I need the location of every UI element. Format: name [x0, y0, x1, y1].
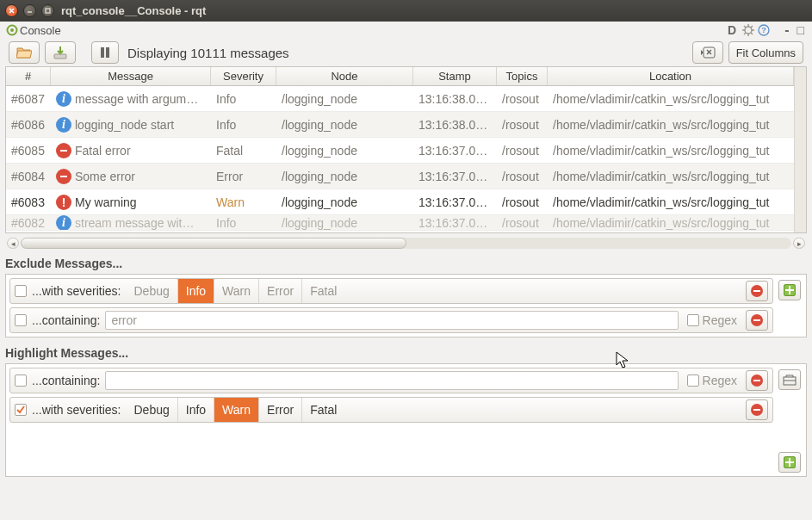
cell-location: /home/vladimir/catkin_ws/src/logging_tut [548, 118, 794, 132]
severity-toggle-fatal[interactable]: Fatal [301, 279, 344, 303]
severity-toggle-error[interactable]: Error [258, 398, 301, 422]
exclude-section-title: Exclude Messages... [0, 253, 812, 274]
table-row[interactable]: #6087 message with argum… Info /logging_… [6, 86, 794, 112]
open-button[interactable] [9, 41, 40, 64]
col-severity[interactable]: Severity [211, 67, 276, 85]
table-row[interactable]: #6082 stream message wit… Info /logging_… [6, 215, 794, 231]
highlight-severity-checkbox[interactable] [15, 404, 27, 416]
scroll-track[interactable] [21, 238, 791, 249]
table-row[interactable]: #6086 logging_node start Info /logging_n… [6, 112, 794, 138]
severity-toggle-info[interactable]: Info [177, 279, 214, 303]
toolbar: Displaying 10111 messages Fit Columns [0, 39, 812, 66]
highlight-containing-row: ...containing: Regex [9, 368, 773, 393]
svg-text:?: ? [761, 26, 766, 34]
table-vertical-scrollbar[interactable] [794, 67, 806, 232]
pause-button[interactable] [91, 41, 119, 64]
window-maximize-button[interactable] [41, 4, 54, 17]
save-button[interactable] [45, 41, 76, 64]
exclude-severity-checkbox[interactable] [15, 285, 27, 297]
scroll-left-button[interactable]: ◂ [7, 238, 19, 249]
cell-node: /logging_node [276, 170, 413, 183]
exclude-containing-checkbox[interactable] [15, 314, 27, 326]
window-minimize-button[interactable] [23, 4, 36, 17]
svg-line-8 [744, 26, 746, 28]
cell-message: logging_node start [51, 117, 211, 133]
scroll-right-button[interactable]: ▸ [793, 238, 805, 249]
dock-toggle-button[interactable]: D [725, 24, 739, 37]
cell-id: #6084 [6, 170, 51, 183]
exclude-filters: ...with severities: DebugInfoWarnErrorFa… [5, 274, 807, 337]
cell-location: /home/vladimir/catkin_ws/src/logging_tut [548, 170, 794, 183]
cell-location: /home/vladimir/catkin_ws/src/logging_tut [548, 92, 794, 106]
highlight-regex-checkbox[interactable] [687, 375, 699, 387]
exclude-severity-remove-button[interactable] [746, 281, 768, 301]
cell-node: /logging_node [276, 144, 413, 158]
highlight-containing-checkbox[interactable] [15, 375, 27, 387]
cell-stamp: 13:16:37.05… [413, 195, 497, 209]
float-button[interactable]: - [782, 24, 791, 37]
info-icon [56, 117, 71, 133]
exclude-containing-label: ...containing: [32, 313, 100, 327]
svg-line-11 [744, 33, 746, 34]
highlight-containing-remove-button[interactable] [746, 370, 768, 391]
cell-node: /logging_node [276, 92, 413, 106]
exclude-containing-remove-button[interactable] [746, 310, 768, 331]
window-close-button[interactable] [5, 4, 18, 17]
settings-icon[interactable] [741, 24, 754, 37]
table-row[interactable]: #6083 My warning Warn /logging_node 13:1… [6, 189, 794, 215]
info-icon [56, 91, 71, 107]
fit-columns-button[interactable]: Fit Columns [728, 41, 803, 64]
svg-point-2 [10, 28, 14, 32]
col-id[interactable]: # [6, 67, 51, 85]
exclude-regex-checkbox[interactable] [687, 314, 699, 326]
messages-table: # Message Severity Node Stamp Topics Loc… [5, 66, 807, 233]
table-row[interactable]: #6085 Fatal error Fatal /logging_node 13… [6, 138, 794, 164]
minus-icon [751, 375, 763, 387]
close-panel-button[interactable]: □ [795, 24, 807, 37]
table-horizontal-scrollbar[interactable]: ◂ ▸ [5, 237, 807, 250]
col-location[interactable]: Location [548, 67, 794, 85]
cell-stamp: 13:16:37.05… [413, 144, 497, 158]
severity-toggle-warn[interactable]: Warn [214, 279, 258, 303]
svg-rect-18 [60, 150, 67, 152]
error-icon [56, 169, 71, 184]
pause-icon [99, 46, 111, 59]
col-topics[interactable]: Topics [497, 67, 548, 85]
exclude-containing-input[interactable] [105, 311, 678, 330]
exclude-regex-label: Regex [703, 313, 737, 327]
severity-toggle-error[interactable]: Error [258, 279, 301, 303]
table-row[interactable]: #6084 Some error Error /logging_node 13:… [6, 164, 794, 189]
cell-severity: Fatal [211, 144, 276, 158]
scroll-thumb[interactable] [21, 238, 406, 249]
highlight-severity-toggles: DebugInfoWarnErrorFatal [126, 398, 344, 422]
table-body[interactable]: #6087 message with argum… Info /logging_… [6, 86, 794, 232]
plus-icon [784, 284, 796, 296]
col-node[interactable]: Node [276, 67, 413, 85]
highlight-severity-remove-button[interactable] [746, 399, 768, 420]
help-icon[interactable]: ? [757, 24, 770, 37]
plus-icon [784, 456, 796, 468]
cell-stamp: 13:16:38.05… [413, 118, 497, 132]
highlight-containing-input[interactable] [105, 371, 678, 390]
save-icon [53, 46, 68, 59]
severity-toggle-info[interactable]: Info [177, 398, 214, 422]
exclude-severity-toggles: DebugInfoWarnErrorFatal [126, 279, 344, 303]
cell-id: #6087 [6, 92, 51, 106]
highlight-filters: ...containing: Regex ...with severities:… [5, 363, 807, 477]
severity-toggle-warn[interactable]: Warn [214, 398, 258, 422]
cell-node: /logging_node [276, 195, 413, 209]
minus-icon [751, 314, 763, 326]
severity-toggle-fatal[interactable]: Fatal [301, 398, 344, 422]
exclude-add-filter-button[interactable] [778, 280, 801, 300]
clear-button[interactable] [692, 41, 723, 64]
severity-toggle-debug[interactable]: Debug [126, 398, 177, 422]
cell-message: message with argum… [51, 91, 211, 107]
highlight-add-filter-button[interactable] [778, 452, 801, 473]
severity-toggle-debug[interactable]: Debug [126, 279, 177, 303]
highlight-severity-row: ...with severities: DebugInfoWarnErrorFa… [9, 397, 773, 423]
highlight-settings-button[interactable] [778, 369, 801, 390]
svg-line-10 [751, 26, 753, 28]
svg-rect-15 [101, 47, 104, 58]
col-message[interactable]: Message [51, 67, 211, 85]
col-stamp[interactable]: Stamp [413, 67, 497, 85]
